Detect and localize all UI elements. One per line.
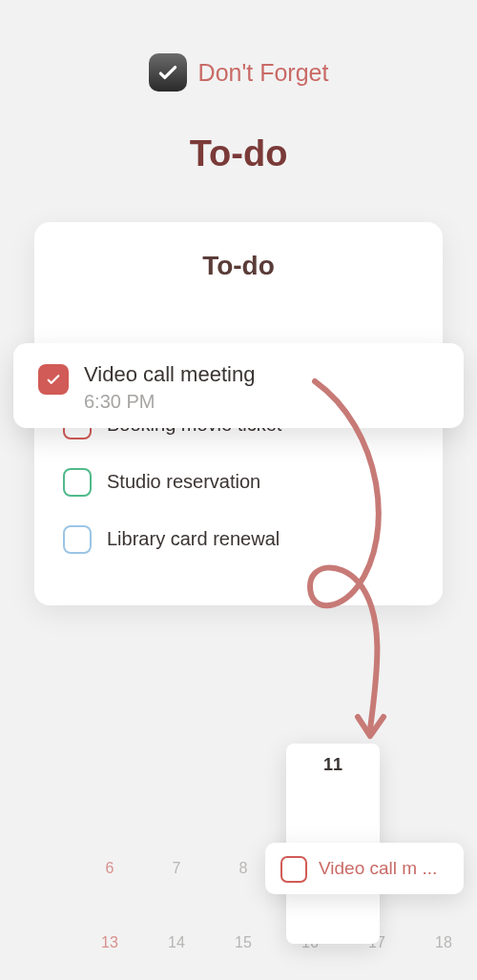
calendar-day[interactable]: 14 [143, 934, 210, 951]
calendar-day[interactable]: 18 [410, 934, 477, 951]
todo-item-label: Library card renewal [107, 528, 280, 550]
calendar-event[interactable]: Video call m ... [265, 843, 464, 894]
checkbox-icon[interactable] [280, 856, 307, 883]
checkbox-checked-icon[interactable] [38, 364, 69, 395]
checkbox-icon[interactable] [63, 525, 92, 554]
app-icon [149, 53, 187, 92]
calendar-day[interactable]: 15 [210, 934, 277, 951]
highlighted-todo-item[interactable]: Video call meeting 6:30 PM [13, 343, 464, 428]
todo-item-time: 6:30 PM [84, 391, 439, 413]
checkbox-icon[interactable] [63, 468, 92, 497]
todo-item-content: Video call meeting 6:30 PM [84, 362, 439, 413]
todo-item-label: Video call meeting [84, 362, 439, 387]
calendar-day[interactable]: 6 [76, 860, 143, 877]
todo-item[interactable]: Studio reservation [63, 453, 414, 510]
calendar-day[interactable]: 13 [76, 934, 143, 951]
app-name: Don't Forget [198, 59, 329, 87]
todo-item[interactable]: Library card renewal [63, 510, 414, 567]
todo-item-label: Studio reservation [107, 471, 260, 493]
calendar-day[interactable]: 7 [143, 860, 210, 877]
calendar-popup-day: 11 [286, 755, 380, 775]
calendar-event-label: Video call m ... [319, 858, 437, 879]
page-title: To-do [0, 133, 477, 174]
calendar-row: 13 14 15 16 17 18 [76, 906, 477, 980]
app-header: Don't Forget [0, 0, 477, 92]
card-title: To-do [63, 251, 414, 281]
